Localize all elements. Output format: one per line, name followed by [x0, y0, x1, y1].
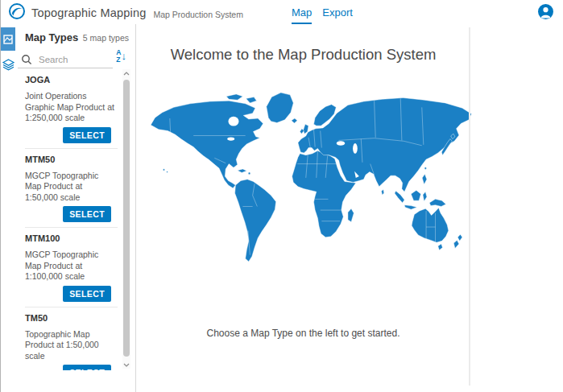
- map-type-description: Topographic Map Product at 1:50,000 scal…: [25, 329, 118, 362]
- main-area: Welcome to the Map Production System: [137, 24, 563, 392]
- select-button[interactable]: SELECT: [63, 365, 111, 370]
- tab-map[interactable]: Map: [292, 0, 312, 24]
- list-item: MTM100 MGCP Topographic Map Product at 1…: [25, 228, 118, 307]
- map-type-list: JOGA Joint Operations Graphic Map Produc…: [15, 69, 122, 370]
- world-map-image: [144, 85, 473, 269]
- map-type-name: JOGA: [25, 75, 118, 85]
- map-type-description: MGCP Topographic Map Product at 1:50,000…: [25, 171, 118, 204]
- map-type-name: MTM50: [25, 155, 118, 164]
- search-input[interactable]: [37, 54, 108, 65]
- app-header: Topographic Mapping Map Production Syste…: [1, 0, 563, 24]
- map-type-name: TM50: [25, 313, 118, 323]
- search-icon: [21, 54, 32, 65]
- list-item: JOGA Joint Operations Graphic Map Produc…: [25, 69, 118, 149]
- top-tabs: Map Export: [292, 0, 353, 24]
- app-window: Topographic Mapping Map Production Syste…: [0, 0, 563, 392]
- map-icon[interactable]: [1, 27, 15, 51]
- list-item: TM50 Topographic Map Product at 1:50,000…: [25, 307, 118, 371]
- map-type-description: Joint Operations Graphic Map Product at …: [25, 91, 118, 124]
- brand: Topographic Mapping Map Production Syste…: [8, 2, 243, 23]
- list-item: MTM50 MGCP Topographic Map Product at 1:…: [25, 149, 118, 229]
- panel-title: Map Types: [25, 31, 78, 43]
- scrollbar-thumb[interactable]: [123, 80, 130, 357]
- layers-icon[interactable]: [1, 55, 15, 74]
- instruction-text: Choose a Map Type on the left to get sta…: [137, 328, 470, 339]
- map-type-description: MGCP Topographic Map Product at 1:100,00…: [25, 250, 118, 283]
- sort-a-z-icon[interactable]: AZ↓: [116, 49, 126, 64]
- select-button[interactable]: SELECT: [63, 286, 111, 302]
- map-type-name: MTM100: [25, 233, 118, 243]
- welcome-heading: Welcome to the Map Production System: [137, 46, 470, 64]
- account-icon[interactable]: [538, 4, 553, 19]
- app-title: Topographic Mapping: [31, 6, 146, 19]
- main-scrollbar[interactable]: [469, 27, 470, 386]
- search-box: [18, 51, 113, 68]
- select-button[interactable]: SELECT: [63, 206, 111, 222]
- tool-rail: [1, 24, 15, 392]
- select-button[interactable]: SELECT: [63, 127, 111, 143]
- sidebar-scrollbar[interactable]: [122, 69, 130, 369]
- map-type-count: 5 map types: [83, 33, 129, 43]
- scroll-up-icon[interactable]: [122, 69, 130, 77]
- scroll-down-icon[interactable]: [122, 361, 130, 369]
- globe-icon: [8, 2, 26, 23]
- map-types-panel: Map Types 5 map types AZ↓ JOGA Joint Ope…: [15, 24, 136, 392]
- app-subtitle: Map Production System: [153, 10, 242, 19]
- tab-export[interactable]: Export: [322, 0, 353, 24]
